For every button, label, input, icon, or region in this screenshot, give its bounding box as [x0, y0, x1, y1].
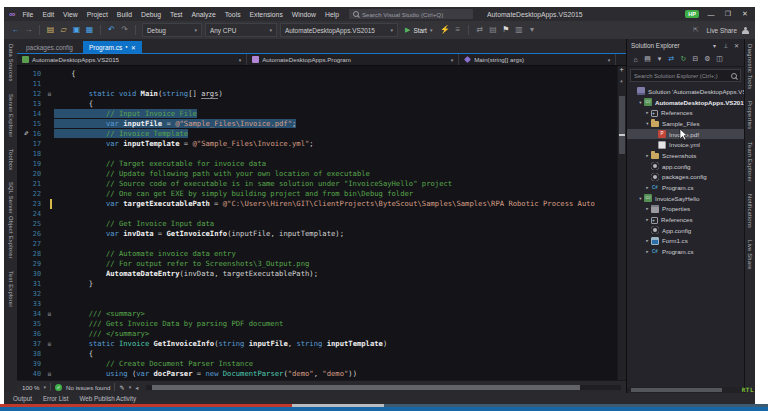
tree-item-properties[interactable]: ▸Properties: [627, 204, 744, 215]
tree-item-program-cs[interactable]: ▸Program.cs: [627, 182, 744, 193]
editor-horizontal-scrollbar[interactable]: [146, 385, 621, 390]
account-badge[interactable]: HP: [685, 10, 699, 18]
fold-marker[interactable]: ⊟: [45, 309, 54, 319]
left-tab-toolbox[interactable]: Toolbox: [8, 149, 14, 170]
issues-status[interactable]: No issues found: [66, 384, 110, 391]
tree-item-screenshots[interactable]: ▸Screenshots: [627, 150, 744, 161]
right-tab-diagnostic-tools[interactable]: Diagnostic Tools: [747, 44, 753, 89]
expander-icon[interactable]: ▾: [637, 100, 644, 105]
navigate-backward-icon[interactable]: ←: [10, 23, 21, 37]
menu-help[interactable]: Help: [325, 11, 339, 18]
comment-icon[interactable]: ▤: [487, 23, 498, 37]
horizontal-scrollbar-thumb[interactable]: [152, 385, 579, 390]
save-all-icon[interactable]: ▦: [84, 23, 95, 37]
filter-dropdown-icon[interactable]: ▾: [655, 55, 664, 63]
explorer-scrollbar-thumb[interactable]: [631, 388, 722, 392]
tree-item-program-cs[interactable]: ▸Program.cs: [627, 246, 744, 257]
menu-view[interactable]: View: [63, 11, 78, 18]
expander-icon[interactable]: ▸: [644, 110, 651, 115]
right-tab-properties[interactable]: Properties: [747, 101, 753, 129]
close-tab-icon[interactable]: ✕: [131, 44, 136, 51]
right-tab-live-share[interactable]: Live Share: [747, 240, 753, 270]
menu-extensions[interactable]: Extensions: [250, 11, 283, 18]
redo-icon[interactable]: ↷: [119, 23, 130, 37]
tab-program-cs[interactable]: Program.cs●✕: [83, 41, 142, 53]
pin-icon[interactable]: ⊥: [722, 42, 729, 49]
tree-item-sample-files[interactable]: ▾Sample_Files: [627, 118, 744, 129]
bookmark-icon[interactable]: ⚑: [500, 23, 511, 37]
preview-selected-items-icon[interactable]: ◫: [715, 55, 724, 63]
expander-icon[interactable]: ▸: [644, 153, 651, 158]
fold-marker[interactable]: ⊟: [45, 339, 54, 349]
menu-edit[interactable]: Edit: [42, 11, 54, 18]
feedback-person-icon[interactable]: [742, 27, 749, 34]
editor-zoom-dropdown[interactable]: 100 %: [22, 384, 40, 391]
home-icon[interactable]: ⌂: [631, 56, 640, 63]
expander-icon[interactable]: ▸: [644, 217, 651, 222]
close-button[interactable]: ✕: [740, 10, 750, 18]
expander-icon[interactable]: ▾: [637, 196, 644, 201]
menu-build[interactable]: Build: [117, 11, 132, 18]
menu-window[interactable]: Window: [292, 11, 316, 18]
pause-icon[interactable]: ≡: [452, 23, 463, 37]
new-project-icon[interactable]: ▤: [45, 23, 56, 37]
more-icon[interactable]: ▾: [526, 23, 537, 37]
tree-item-references[interactable]: ▸References: [627, 107, 744, 118]
fold-marker[interactable]: ⊟: [45, 369, 54, 379]
tree-item-form1-cs[interactable]: ▸Form1.cs: [627, 236, 744, 247]
startup-project-dropdown[interactable]: AutomateDesktopApps.VS2015▾: [280, 23, 398, 37]
left-tab-test-explorer[interactable]: Test Explorer: [8, 271, 14, 307]
find-in-files-icon[interactable]: ⇄: [474, 23, 485, 37]
menu-tools[interactable]: Tools: [225, 11, 241, 18]
tab-packages-config[interactable]: packages.config: [20, 41, 79, 53]
sync-with-active-document-icon[interactable]: ⇄: [667, 55, 676, 63]
properties-icon[interactable]: ⚙: [703, 55, 712, 63]
minimize-button[interactable]: —: [706, 11, 716, 18]
expander-icon[interactable]: ▸: [644, 238, 651, 243]
close-panel-icon[interactable]: ✕: [733, 42, 740, 49]
bottom-tab-web-publish-activity[interactable]: Web Publish Activity: [79, 395, 136, 402]
left-tab-data-sources[interactable]: Data Sources: [8, 44, 14, 82]
tree-item-packages-config[interactable]: packages.config: [627, 172, 744, 183]
solution-platform-dropdown[interactable]: Any CPU▾: [205, 23, 277, 37]
menu-test[interactable]: Test: [170, 11, 182, 18]
collapse-all-icon[interactable]: ⊟: [691, 55, 700, 63]
tree-item-app-config[interactable]: app.config: [627, 161, 744, 172]
tree-item-invoice-yml[interactable]: Invoice.yml: [627, 139, 744, 150]
split-editor-button[interactable]: +: [618, 67, 625, 74]
scroll-up-arrow[interactable]: ▲: [618, 76, 625, 86]
fold-marker[interactable]: ⊟: [45, 89, 54, 99]
expander-icon[interactable]: ▸: [644, 206, 651, 211]
project-dropdown[interactable]: AutomateDesktopApps.VS2015 ▾: [17, 54, 247, 65]
undo-icon[interactable]: ↶: [106, 23, 117, 37]
solution-explorer-search-input[interactable]: Search Solution Explorer (Ctrl+;): [630, 69, 741, 82]
navigate-forward-icon[interactable]: →: [23, 23, 34, 37]
vertical-scrollbar-thumb[interactable]: [619, 96, 625, 154]
tree-item-automatedesktopapps-vs2015[interactable]: ▾AutomateDesktopApps.VS2015: [627, 97, 744, 108]
bottom-tab-output[interactable]: Output: [13, 395, 32, 402]
switch-views-icon[interactable]: ▤: [643, 55, 652, 63]
expander-icon[interactable]: ▸: [644, 249, 651, 254]
type-dropdown[interactable]: AutomateDesktopApps.Program ▾: [247, 54, 459, 65]
code-editor[interactable]: + ▲ 10 {1112⊟ static void Main(string[] …: [17, 66, 626, 380]
right-tab-team-explorer[interactable]: Team Explorer: [747, 142, 753, 182]
left-tab-sql-server-object-explorer[interactable]: SQL Server Object Explorer: [8, 182, 14, 259]
explorer-horizontal-scrollbar[interactable]: [627, 387, 744, 393]
menu-debug[interactable]: Debug: [141, 11, 161, 18]
open-file-icon[interactable]: ▱: [58, 23, 69, 37]
tree-item-invoicesayhello[interactable]: ▾InvoiceSayHello: [627, 193, 744, 204]
scroll-left-arrow[interactable]: ◂: [135, 384, 138, 391]
editor-vertical-scrollbar[interactable]: [617, 66, 626, 380]
hot-reload-icon[interactable]: ⚡: [439, 23, 450, 37]
live-share-button[interactable]: Live Share: [706, 27, 737, 34]
start-debugging-button[interactable]: ▶ Start ▾: [401, 24, 436, 36]
window-menu-icon[interactable]: ▾: [711, 42, 718, 49]
search-visual-studio-input[interactable]: Search Visual Studio (Ctrl+Q): [349, 9, 473, 19]
tree-item-app-config[interactable]: App.config: [627, 225, 744, 236]
indent-icon[interactable]: ▥: [513, 23, 524, 37]
tree-item-references[interactable]: ▸References: [627, 214, 744, 225]
menu-project[interactable]: Project: [87, 11, 108, 18]
tree-item-invoice-pdf[interactable]: Invoice.pdf: [627, 129, 744, 140]
tree-item-solution-automatedesktopapps-vs2015[interactable]: Solution 'AutomateDesktopApps.VS2015': [627, 86, 744, 97]
solution-configuration-dropdown[interactable]: Debug▾: [142, 23, 202, 37]
